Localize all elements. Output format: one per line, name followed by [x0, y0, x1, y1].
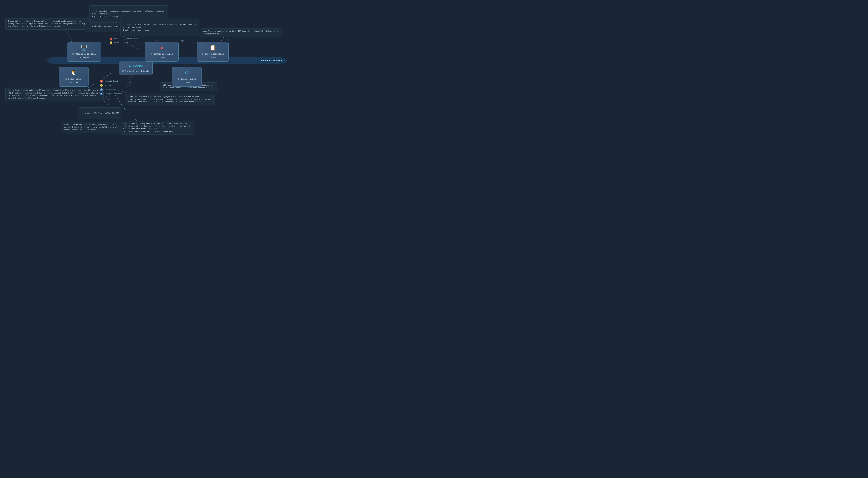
code-export-path: export PATH="~/local/bin:$PATH" — [78, 107, 121, 119]
num-install-libsodium: 4 — [100, 93, 103, 95]
code-checkout-text: $ git checkout tags/<tag-name> — [92, 25, 125, 27]
code-bashrc: $ nano .bashrc Add the following setting… — [61, 122, 123, 133]
num-install-cabal: 1 — [100, 80, 103, 83]
output-label-text: Build cardano-node — [261, 59, 282, 62]
num-install-ghc: 3 — [100, 88, 103, 91]
svg-marker-1 — [46, 57, 52, 64]
cabal-icon: ⚙️ — [129, 64, 131, 68]
label-install-libsodium-text: Install Libsodium — [104, 93, 122, 95]
monitor-icon: 🖥️ — [71, 44, 97, 51]
cabal-logo-area: ⚙️ Cabal — [122, 63, 150, 68]
node-update-packages[interactable]: 🖥️ ② Update & install packages — [67, 42, 101, 62]
code-cabal-install-text: $ wget https://downloads.haskell.org/~ca… — [8, 90, 100, 99]
label-get-latest-text: Get latest source codes — [114, 38, 138, 40]
code-ghc-install-text: $ wget https://downloads.haskell.org/~gh… — [128, 96, 211, 103]
code-export-path-text: export PATH="~/local/bin:$PATH" — [85, 112, 119, 114]
node-copy-files-label: ⑥ Copy executable files — [202, 53, 224, 59]
label-install-cabal-text: Install Cabal — [104, 80, 118, 82]
code-clone-2: $ git clone https://github.com/input-out… — [120, 19, 199, 36]
code-apt-update: $ sudo apt-get update -y $ sudo apt-get … — [5, 18, 90, 30]
code-cabal-install: $ wget https://downloads.haskell.org/~ca… — [5, 88, 103, 101]
node-download-source[interactable]: ◆ ④ Download source codes — [145, 42, 179, 62]
node-download-source-label: ④ Download source codes — [151, 53, 173, 59]
build-output-label: Build cardano-node — [257, 58, 286, 64]
node-setup-linux-label: ① Setup Linux machine — [65, 78, 82, 84]
num-select-branch: 2 — [110, 41, 113, 44]
label-install-cabal: 1 Install Cabal — [100, 80, 118, 83]
optional-text: Optional — [181, 40, 190, 42]
code-ghc-install: $ wget https://downloads.haskell.org/~gh… — [125, 94, 214, 105]
label-install-libsodium: 4 Install Libsodium — [100, 93, 122, 95]
node-setup-linux[interactable]: 🐧 ① Setup Linux machine — [59, 67, 89, 87]
node-install-build-tools-label: ③ Install build tools — [122, 70, 149, 72]
label-set-path-text: Set path — [104, 85, 113, 86]
node-copy-files[interactable]: 📋 ⑥ Copy executable files — [197, 42, 229, 62]
label-optional: Optional — [181, 40, 190, 42]
code-apt-update-text: $ sudo apt-get update -y $ sudo apt-get … — [8, 20, 86, 27]
label-install-ghc-text: Install GHC — [104, 89, 116, 91]
svg-line-3 — [126, 43, 144, 52]
code-copy-text: Copy "cardano-node" and "cardano-cli" fr… — [203, 30, 280, 35]
node-build-source[interactable]: ⚙️ ⑤ Build source codes — [172, 67, 202, 87]
gear-icon: ⚙️ — [176, 69, 198, 76]
code-bashrc-text: $ nano .bashrc Add the following setting… — [64, 124, 117, 131]
node-install-build-tools[interactable]: ⚙️ Cabal ③ Install build tools — [119, 61, 153, 75]
node-build-source-label: ⑤ Build source codes — [178, 78, 196, 84]
diamond-icon: ◆ — [149, 44, 175, 51]
label-set-path: 2 Set path — [100, 84, 113, 87]
code-clone-1-text: $ git clone https://github.com/input-out… — [92, 10, 165, 18]
code-clone-2-text: $ git clone https://github.com/input-out… — [123, 24, 196, 31]
code-libsodium-text: $ git clone https://github.com/input-out… — [123, 123, 190, 133]
label-select-branch: 2 Select branch — [110, 41, 128, 44]
workflow-canvas: Build cardano-node $ sudo apt-get update… — [0, 0, 290, 159]
label-get-latest: 1 Get latest source codes — [110, 37, 138, 40]
cabal-text: Cabal — [133, 64, 143, 68]
copy-icon: 📋 — [201, 44, 225, 51]
label-select-branch-text: Select branch — [114, 42, 128, 44]
num-get-latest: 1 — [110, 37, 113, 40]
linux-icon: 🐧 — [63, 69, 85, 76]
num-set-path: 2 — [100, 84, 103, 87]
code-copy: Copy "cardano-node" and "cardano-cli" fr… — [200, 29, 283, 37]
label-install-ghc: 3 Install GHC — [100, 88, 116, 91]
node-update-packages-label: ② Update & install packages — [72, 53, 96, 59]
code-libsodium: $ git clone https://github.com/input-out… — [121, 121, 194, 135]
